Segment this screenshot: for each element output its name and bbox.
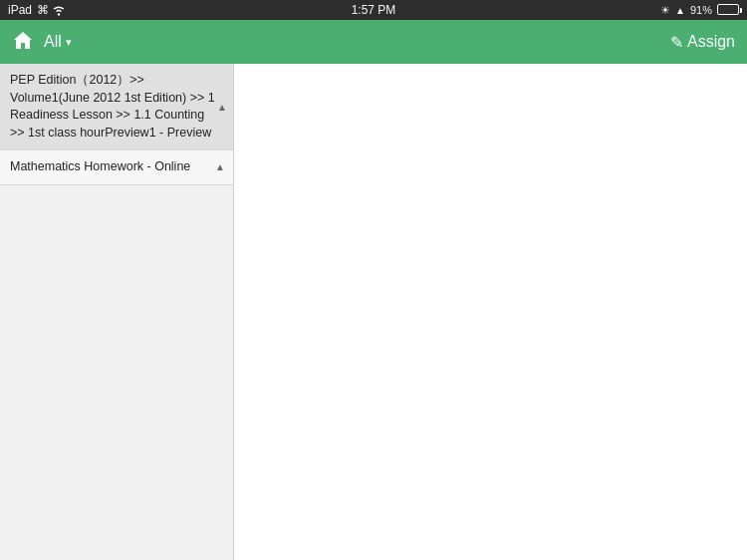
chevron-down-icon: ▾ xyxy=(66,36,72,49)
list-item[interactable]: PEP Edition（2012）>> Volume1(June 2012 1s… xyxy=(0,64,233,150)
nav-left: All ▾ xyxy=(12,30,72,55)
sidebar-item-text: Mathematics Homework - Online xyxy=(10,158,190,176)
all-dropdown-button[interactable]: All ▾ xyxy=(44,33,72,51)
status-time: 1:57 PM xyxy=(352,3,396,17)
device-label: iPad xyxy=(8,3,32,17)
brightness-icon: ☀ xyxy=(660,4,670,17)
pencil-icon: ✎ xyxy=(670,33,683,52)
wifi-icon: ⌘ xyxy=(37,3,66,17)
chevron-up-icon: ▲ xyxy=(217,102,227,113)
status-right: ☀ ▲ 91% xyxy=(660,4,739,17)
list-item[interactable]: Mathematics Homework - Online ▲ xyxy=(0,150,233,185)
svg-point-0 xyxy=(58,14,60,16)
status-bar: iPad ⌘ 1:57 PM ☀ ▲ 91% xyxy=(0,0,747,20)
battery-icon xyxy=(717,4,739,17)
assign-label: Assign xyxy=(687,33,735,51)
home-button[interactable] xyxy=(12,30,34,55)
main-layout: PEP Edition（2012）>> Volume1(June 2012 1s… xyxy=(0,64,747,560)
assign-button[interactable]: ✎ Assign xyxy=(670,33,735,52)
chevron-up-icon: ▲ xyxy=(215,161,225,172)
content-area xyxy=(234,64,747,560)
all-label: All xyxy=(44,33,62,51)
status-left: iPad ⌘ xyxy=(8,3,66,17)
sidebar: PEP Edition（2012）>> Volume1(June 2012 1s… xyxy=(0,64,234,560)
sidebar-item-text: PEP Edition（2012）>> Volume1(June 2012 1s… xyxy=(10,72,225,141)
signal-icon: ▲ xyxy=(675,5,685,16)
battery-percent: 91% xyxy=(690,4,712,16)
nav-bar: All ▾ ✎ Assign xyxy=(0,20,747,64)
